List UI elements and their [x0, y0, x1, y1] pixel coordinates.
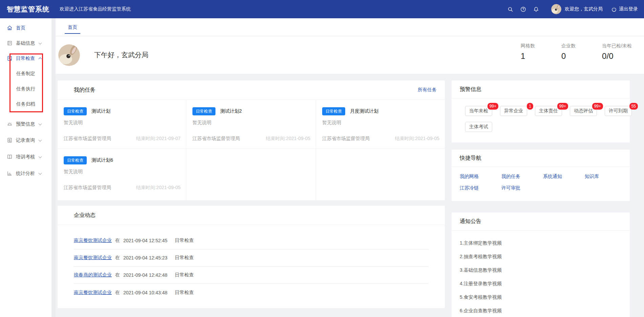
chevron-down-icon — [39, 138, 42, 141]
row-timestamp: 2021-09-04 12:52:45 — [123, 238, 167, 243]
warning-tag-label: 许可到期 — [609, 108, 628, 113]
row-separator: 在 — [115, 272, 120, 278]
company-link[interactable]: 南京餐饮测试企业 — [74, 255, 112, 261]
task-org: 江苏省市场监督管理局 — [64, 136, 111, 142]
notice-header: 通知公告 — [452, 212, 630, 231]
warning-tag-license-expire[interactable]: 许可到期 55 — [605, 106, 632, 116]
quicknav-my-tasks[interactable]: 我的任务 — [501, 174, 543, 180]
notice-item[interactable]: 5.食安考核教学视频 — [460, 294, 622, 300]
company-link[interactable]: 南京餐饮测试企业 — [74, 237, 112, 244]
dynamics-row: 南京餐饮测试企业 在 2021-09-04 12:45:23 日常检查 — [74, 249, 429, 267]
dashboard-page: 智慧监管系统 欢迎进入江苏省食品经营监管系统 欢迎您，玄武分局 退出登录 — [0, 0, 644, 317]
task-end-time: 结束时间:2021-09-05 — [266, 136, 310, 142]
sidebar-subitem-task-execute[interactable]: 任务执行 — [0, 82, 51, 96]
sidebar-item-daily-check[interactable]: 日常检查 — [0, 51, 51, 65]
warning-tag-subject-exam[interactable]: 主体考试 — [465, 122, 492, 132]
user-menu[interactable]: 欢迎您，玄武分局 — [551, 4, 603, 14]
bell-icon[interactable] — [529, 3, 542, 16]
notice-item[interactable]: 1.主体绑定教学视频 — [460, 240, 622, 246]
home-icon — [7, 25, 13, 31]
my-tasks-panel: 我的任务 所有任务 日常检查 测试计划 暂无说明 江苏省市场监督管理局 结束时间… — [58, 81, 445, 200]
task-card[interactable]: 日常检查 月度测试计划 暂无说明 江苏省市场监督管理局 结束时间:2021-09… — [316, 100, 445, 149]
question-circle-icon[interactable] — [517, 3, 529, 16]
sidebar-item-basic-info[interactable]: 基础信息 — [0, 36, 51, 50]
dynamics-row: 南京餐饮测试企业 在 2021-09-04 10:43:48 日常检查 — [74, 284, 429, 301]
sidebar-item-label: 基础信息 — [16, 40, 35, 46]
sidebar-nav: 首页 基础信息 日常检查 任务制定 任务执行 任务归档 预警信息 记录查询 — [0, 18, 51, 317]
company-link[interactable]: 徐春燕的测试企业 — [74, 272, 112, 278]
alarm-icon — [7, 121, 13, 127]
warning-tag-abnormal[interactable]: 异常企业 1 — [500, 106, 527, 116]
sidebar-subitem-task-archive[interactable]: 任务归档 — [0, 97, 51, 111]
warning-info-header: 预警信息 — [452, 81, 630, 98]
file-search-icon — [7, 137, 13, 143]
quicknav-system-notice[interactable]: 系统通知 — [543, 174, 585, 180]
tab-label: 首页 — [68, 24, 77, 30]
task-title: 测试计划 — [91, 108, 110, 114]
chevron-down-icon — [39, 41, 42, 44]
sidebar-item-label: 首页 — [16, 25, 25, 31]
row-timestamp: 2021-09-04 10:43:48 — [123, 290, 167, 295]
panel-title: 快捷导航 — [460, 155, 481, 162]
greeting-banner: 下午好，玄武分局 网格数 1 企业数 0 当年已检/未检 0/0 — [56, 36, 644, 74]
quick-nav-panel: 快捷导航 我的网格 我的任务 系统通知 知识库 江苏冷链 许可审批 — [452, 150, 630, 201]
notice-item[interactable]: 6.企业自查教学视频 — [460, 308, 622, 314]
sidebar-item-training[interactable]: 培训考核 — [0, 150, 51, 164]
warning-tag-unchecked[interactable]: 当年未检 99+ — [465, 106, 492, 116]
sidebar-subitem-task-create[interactable]: 任务制定 — [0, 67, 51, 81]
row-action: 日常检查 — [175, 255, 194, 261]
all-tasks-link[interactable]: 所有任务 — [418, 87, 437, 93]
task-type-badge: 日常检查 — [192, 107, 215, 115]
task-card[interactable]: 日常检查 测试计划2 暂无说明 江苏省市场监督管理局 结束时间:2021-09-… — [186, 100, 316, 149]
task-card-empty — [186, 149, 316, 200]
task-card[interactable]: 日常检查 测试计划 暂无说明 江苏省市场监督管理局 结束时间:2021-09-0… — [58, 100, 186, 149]
task-org: 江苏省市场监督管理局 — [64, 185, 111, 191]
quicknav-my-grid[interactable]: 我的网格 — [460, 174, 501, 180]
warning-tag-label: 异常企业 — [504, 108, 523, 113]
notice-item[interactable]: 3.基础信息教学视频 — [460, 267, 622, 273]
left-column: 我的任务 所有任务 日常检查 测试计划 暂无说明 江苏省市场监督管理局 结束时间… — [58, 81, 445, 317]
company-link[interactable]: 南京餐饮测试企业 — [74, 290, 112, 296]
sidebar-item-record-query[interactable]: 记录查询 — [0, 133, 51, 147]
warning-tag-dynamic-eval[interactable]: 动态评估 99+ — [570, 106, 597, 116]
warning-count-badge: 99+ — [557, 103, 568, 110]
quicknav-jiangsu-coldchain[interactable]: 江苏冷链 — [460, 185, 501, 191]
tab-home[interactable]: 首页 — [62, 18, 83, 36]
warning-tag-label: 动态评估 — [574, 108, 593, 113]
app-logo: 智慧监管系统 — [7, 5, 49, 14]
search-icon[interactable] — [504, 3, 517, 16]
task-end-time: 结束时间:2021-09-07 — [136, 136, 181, 142]
quicknav-knowledge-base[interactable]: 知识库 — [585, 174, 626, 180]
row-action: 日常检查 — [175, 237, 194, 244]
warning-tag-label: 当年未检 — [469, 108, 488, 113]
task-grid: 日常检查 测试计划 暂无说明 江苏省市场监督管理局 结束时间:2021-09-0… — [58, 100, 445, 200]
stat-value: 0 — [561, 51, 576, 61]
warning-count-badge: 1 — [526, 103, 534, 110]
sidebar-item-label: 培训考核 — [16, 154, 35, 160]
welcome-text: 欢迎您，玄武分局 — [565, 6, 603, 12]
task-title: 月度测试计划 — [350, 108, 378, 114]
row-separator: 在 — [115, 237, 120, 244]
task-type-badge: 日常检查 — [322, 107, 345, 115]
quick-nav-header: 快捷导航 — [452, 150, 630, 167]
content-scrollbar[interactable] — [51, 18, 56, 317]
notice-item[interactable]: 4.注册登录教学视频 — [460, 281, 622, 287]
task-card[interactable]: 日常检查 测试计划6 暂无说明 江苏省市场监督管理局 结束时间:2021-09-… — [58, 149, 186, 200]
notice-list: 1.主体绑定教学视频 2.抽查考核教学视频 3.基础信息教学视频 4.注册登录教… — [452, 231, 630, 314]
file-check-icon — [7, 55, 13, 61]
task-title: 测试计划6 — [91, 157, 113, 163]
profile-table-icon — [7, 40, 13, 46]
warning-tag-responsibility[interactable]: 主体责任 99+ — [535, 106, 562, 116]
task-description: 暂无说明 — [192, 120, 310, 126]
sidebar-item-label: 预警信息 — [16, 121, 35, 127]
chevron-down-icon — [39, 171, 42, 175]
notice-item[interactable]: 2.抽查考核教学视频 — [460, 254, 622, 260]
sidebar-item-warning-info[interactable]: 预警信息 — [0, 117, 51, 131]
stat-company-count: 企业数 0 — [561, 43, 576, 61]
sidebar-item-home[interactable]: 首页 — [0, 21, 51, 35]
company-dynamics-panel: 企业动态 南京餐饮测试企业 在 2021-09-04 12:52:45 日常检查… — [58, 206, 445, 308]
quicknav-license-approval[interactable]: 许可审批 — [501, 185, 543, 191]
sidebar-item-statistics[interactable]: 统计分析 — [0, 166, 51, 180]
dynamics-list: 南京餐饮测试企业 在 2021-09-04 12:52:45 日常检查 南京餐饮… — [58, 225, 445, 301]
logout-button[interactable]: 退出登录 — [611, 6, 638, 12]
